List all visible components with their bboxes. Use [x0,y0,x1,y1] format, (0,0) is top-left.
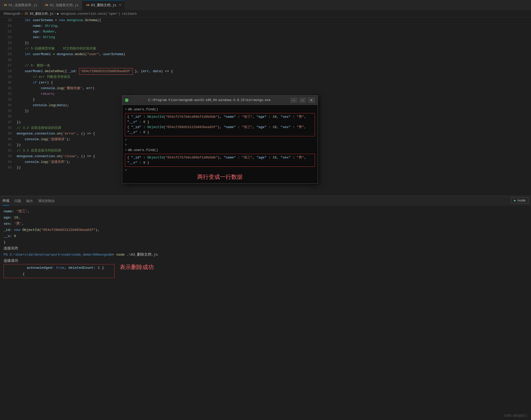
terminal-line-name: name: '张三', [4,208,527,215]
editor-area: 1920212223 2425262728 2930313233 3435363… [0,18,531,203]
mongo-blank-arrow-2: > [125,142,315,148]
code-line-26 [17,57,531,63]
terminal-line-result: { acknowledged: true, deletedCount: 1 } … [4,264,527,278]
terminal-tab-terminal[interactable]: 终端 [3,196,9,206]
mongo-title: C:\Program Files\mongodb-win32-x86_64-wi… [131,98,288,102]
mongo-body: > db.users.find() { "_id" : ObjectId("65… [122,105,318,183]
breadcrumb: 06mongodb > JS 03_删除文档.js > ▶ mongoose.c… [0,10,531,18]
mongo-result-box-2: { "_id" : ObjectId("654cf27b7b8cd86bf1d9… [125,154,315,167]
terminal-panel: 终端 问题 输出 调试控制台 ▶ node name: '张三', age: 1… [0,196,531,420]
breadcrumb-sep1: > [21,12,23,16]
success-annotation: 表示删除成功 [120,264,154,278]
node-icon: ▶ [514,198,516,203]
node-label: node [518,199,526,203]
terminal-line-v: __v: 0 [4,233,527,239]
terminal-line-success: 连接成功 [4,258,527,264]
tab-01[interactable]: JS 01_连接数据库.js [0,0,41,10]
terminal-line-disconnect: 连接关闭 [4,246,527,252]
code-line-29: // err 判断是否有错误 [17,74,531,80]
close-icon[interactable]: × [119,3,121,7]
terminal-toolbar: ▶ node [511,198,528,203]
prompt-arrow-2: > [125,148,127,153]
tab-01-icon: JS [4,4,7,7]
terminal-tab-debug[interactable]: 调试控制台 [38,197,55,205]
mongo-controls[interactable]: ─ □ ✕ [290,97,315,103]
terminal-tab-output[interactable]: 输出 [26,197,33,205]
mongo-result-2a: { "_id" : ObjectId("654cf27b7b8cd86bf1d9… [127,155,313,165]
tab-03[interactable]: JS 03_删除文档.js × [82,0,125,10]
code-line-31: console.log('删除失败', err) [17,86,531,91]
mongo-blank-arrow-3: > [125,168,315,173]
tab-03-label: 03_删除文档.js [91,3,116,7]
terminal-tab-problems[interactable]: 问题 [14,197,21,205]
tab-02[interactable]: JS 02_创建新文档.js [41,0,82,10]
code-line-23: }) [17,40,531,46]
tab-bar: JS 01_连接数据库.js JS 02_创建新文档.js JS 03_删除文档… [0,0,531,10]
mongo-window: C:\Program Files\mongodb-win32-x86_64-wi… [122,95,318,183]
breadcrumb-sep2: > [54,12,56,16]
tab-02-label: 02_创建新文档.js [50,3,79,7]
terminal-line-close-brace: } [4,239,527,246]
code-line-30: if (err) { [17,80,531,86]
mongo-icon [125,98,129,102]
mongo-prompt-2: > db.users.find() [125,148,315,153]
close-button[interactable]: ✕ [308,97,315,103]
code-line-24: // 5:创建模型对象 对文档操作的封装对象 [17,46,531,52]
code-container: 1920212223 2425262728 2930313233 3435363… [0,18,531,203]
code-line-28: userModel.deleteOne({ _id: '654cf280d531… [17,69,531,74]
minimize-button[interactable]: ─ [290,97,297,103]
terminal-line-ps: PS C:\Users\da\Desktop\work\node\node_de… [4,252,527,258]
tab-01-label: 01_连接数据库.js [8,3,37,7]
mongo-cmd-2: db.users.find() [128,148,158,153]
breadcrumb-part3: ▶ mongoose.connection.once('open') callb… [57,12,137,16]
mongo-annotation: 两行变成一行数据 [125,173,315,181]
code-line-20: name: String, [17,23,531,29]
mongo-result-1a: { "_id" : ObjectId("654cf27b7b8cd86bf1d9… [127,114,313,125]
csdn-watermark: CSDN @前端张三 [504,414,527,418]
code-line-19: let userSchema = new mongoose.Schema({ [17,18,531,23]
mongo-prompt-1: > db.users.find() [125,107,315,112]
tab-02-icon: JS [45,4,48,7]
node-button[interactable]: ▶ node [511,198,528,203]
prompt-arrow-1: > [125,107,127,112]
terminal-line-sex: sex: '男', [4,221,527,227]
code-line-21: age: Number, [17,29,531,35]
code-line-25: let userModel = mongoose.model("user", u… [17,52,531,57]
mongo-blank-arrow-1: > [125,137,315,142]
terminal-line-id: _id: new ObjectId("654cf280d53122b083bea… [4,227,527,233]
mongo-result-1b: { "_id" : ObjectId("654cf280d53122b083be… [127,125,313,135]
terminal-line-age: age: 18, [4,215,527,221]
code-line-22: sex: String [17,35,531,40]
breadcrumb-part1: 06mongodb [4,12,20,16]
restore-button[interactable]: □ [299,97,306,103]
mongo-titlebar: C:\Program Files\mongodb-win32-x86_64-wi… [122,96,318,105]
terminal-body: name: '张三', age: 18, sex: '男', _id: new … [0,206,531,281]
result-box: { acknowledged: true, deletedCount: 1 } [4,264,115,278]
line-numbers: 1920212223 2425262728 2930313233 3435363… [0,18,14,203]
tab-03-icon: JS [86,4,89,7]
code-line-27: // 6: 删除一条 [17,63,531,69]
mongo-cmd-1: db.users.find() [128,107,158,112]
mongo-result-box-1: { "_id" : ObjectId("654cf27b7b8cd86bf1d9… [125,113,315,136]
breadcrumb-part2: JS 03_删除文档.js [24,12,53,16]
terminal-tabs: 终端 问题 输出 调试控制台 ▶ node [0,196,531,206]
